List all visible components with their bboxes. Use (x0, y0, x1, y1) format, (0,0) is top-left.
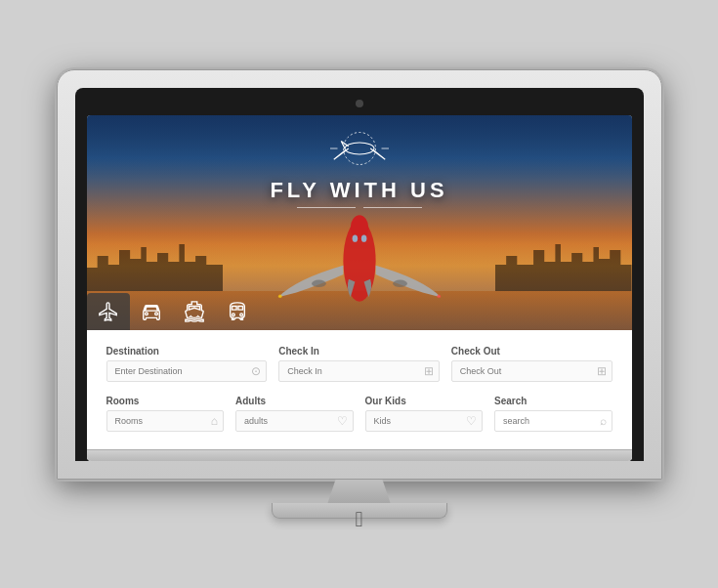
destination-icon: ⊙ (251, 364, 261, 378)
svg-point-0 (345, 143, 374, 154)
airplane-tab-icon (98, 301, 119, 322)
checkout-input[interactable] (451, 360, 612, 382)
transport-tab-car[interactable] (130, 293, 173, 330)
transport-tab-ship[interactable] (173, 293, 216, 330)
transport-tabs (87, 293, 259, 330)
airplane-logo-svg (330, 129, 389, 168)
adults-field: Adults ♡ (235, 396, 354, 432)
monitor-stand-base:  (272, 503, 447, 519)
search-label: Search (494, 396, 612, 406)
rooms-input-wrapper: ⌂ (106, 410, 225, 432)
adults-input[interactable] (235, 410, 354, 432)
monitor-wrapper: FLY WITH US (57, 69, 662, 519)
transport-tab-airplane[interactable] (87, 293, 130, 330)
search-field: Search ⌕ (494, 396, 612, 432)
checkout-field: Check Out ⊞ (451, 346, 612, 382)
svg-point-6 (352, 234, 358, 241)
search-row-2: Rooms ⌂ Adults ♡ (106, 396, 612, 432)
screen: FLY WITH US (87, 115, 632, 461)
deco-line-right (363, 207, 422, 208)
kids-input[interactable] (365, 410, 484, 432)
checkin-input-wrapper: ⊞ (278, 360, 440, 382)
airplane-image (262, 193, 457, 311)
rooms-icon: ⌂ (211, 414, 218, 428)
checkin-label: Check In (278, 346, 440, 357)
train-tab-icon (227, 301, 248, 322)
search-icon: ⌕ (600, 414, 607, 428)
destination-label: Destination (106, 346, 268, 357)
monitor-bottom-bar (87, 449, 632, 461)
monitor-bezel: FLY WITH US (75, 88, 644, 461)
hero-title: FLY WITH US (270, 178, 447, 203)
apple-logo:  (273, 509, 446, 530)
rooms-input[interactable] (106, 410, 225, 432)
hero-title-normal: FLY WITH (270, 178, 400, 202)
checkout-input-wrapper: ⊞ (451, 360, 612, 382)
adults-input-wrapper: ♡ (235, 410, 354, 432)
destination-field: Destination ⊙ (106, 346, 268, 382)
checkin-field: Check In ⊞ (278, 346, 440, 382)
kids-input-wrapper: ♡ (365, 410, 484, 432)
rooms-label: Rooms (106, 396, 225, 406)
kids-icon: ♡ (466, 414, 477, 428)
kids-field: Our Kids ♡ (365, 396, 484, 432)
monitor-stand-neck (320, 480, 399, 503)
destination-input-wrapper: ⊙ (106, 360, 268, 382)
svg-point-7 (360, 234, 366, 241)
search-input-wrapper: ⌕ (494, 410, 612, 432)
adults-label: Adults (235, 396, 354, 406)
kids-label: Our Kids (365, 396, 484, 406)
destination-input[interactable] (106, 360, 268, 382)
checkin-input[interactable] (278, 360, 440, 382)
monitor-body: FLY WITH US (57, 69, 662, 480)
checkout-icon: ⊞ (597, 364, 607, 378)
checkin-icon: ⊞ (424, 364, 434, 378)
hero-title-bold: US (410, 178, 448, 202)
svg-point-11 (393, 280, 407, 287)
adults-icon: ♡ (337, 414, 348, 428)
logo-icon (330, 129, 389, 172)
svg-point-9 (437, 294, 441, 298)
transport-tab-train[interactable] (216, 293, 259, 330)
search-row-1: Destination ⊙ Check In ⊞ (106, 346, 612, 382)
ship-tab-icon (184, 301, 205, 322)
car-tab-icon (141, 301, 162, 322)
svg-point-8 (277, 294, 281, 298)
deco-line-left (297, 207, 356, 208)
hero-section: FLY WITH US (87, 115, 632, 330)
search-input[interactable] (494, 410, 612, 432)
deco-lines (297, 207, 422, 208)
rooms-field: Rooms ⌂ (106, 396, 225, 432)
plane-svg (262, 193, 457, 311)
checkout-label: Check Out (451, 346, 612, 357)
search-panel: Destination ⊙ Check In ⊞ (87, 330, 632, 449)
svg-point-10 (312, 280, 326, 287)
